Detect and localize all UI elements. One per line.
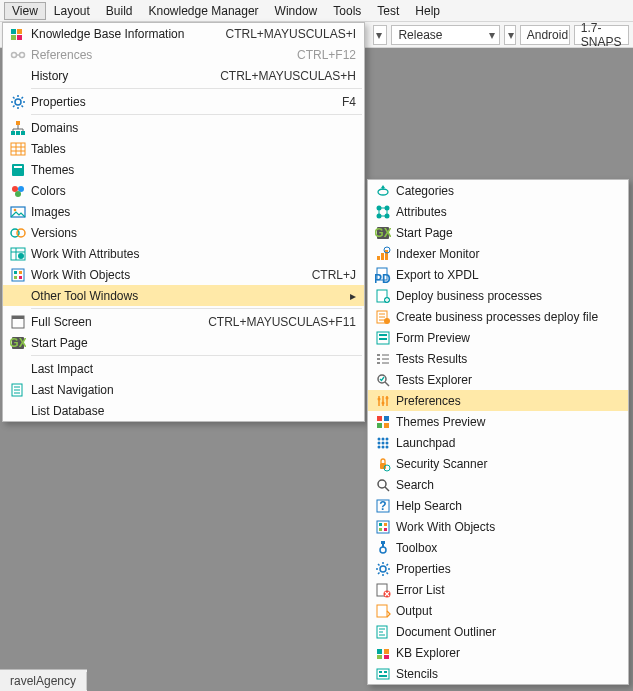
menu-item-other-tool-windows[interactable]: Other Tool Windows▸ [3, 285, 364, 306]
menu-item-label: Help Search [396, 499, 620, 513]
menu-item-properties[interactable]: PropertiesF4 [3, 91, 364, 112]
menu-item-kb-explorer[interactable]: KB Explorer [368, 642, 628, 663]
menu-item-properties[interactable]: Properties [368, 558, 628, 579]
svg-rect-80 [381, 541, 385, 544]
menu-item-work-with-objects[interactable]: Work With ObjectsCTRL+J [3, 264, 364, 285]
menu-item-search[interactable]: Search [368, 474, 628, 495]
svg-rect-24 [14, 271, 17, 274]
tiny-combo[interactable]: ▾ [504, 25, 516, 45]
menu-item-output[interactable]: Output [368, 600, 628, 621]
menu-item-error-list[interactable]: Error List [368, 579, 628, 600]
startpage-icon: GX [372, 225, 394, 241]
menubar-item-view[interactable]: View [4, 2, 46, 20]
svg-point-34 [377, 205, 382, 210]
menu-item-last-impact[interactable]: Last Impact [3, 358, 364, 379]
version-field[interactable]: 1.7-SNAPS [574, 25, 629, 45]
menu-item-colors[interactable]: Colors [3, 180, 364, 201]
menu-item-tests-results[interactable]: Tests Results [368, 348, 628, 369]
svg-rect-59 [377, 423, 382, 428]
menu-item-images[interactable]: Images [3, 201, 364, 222]
startpage-icon: GX [7, 335, 29, 351]
menu-item-export-to-xpdl[interactable]: XPDLExport to XPDL [368, 264, 628, 285]
domains-icon [7, 120, 29, 136]
menu-item-attributes[interactable]: Attributes [368, 201, 628, 222]
svg-point-67 [378, 445, 381, 448]
menu-item-work-with-objects[interactable]: Work With Objects [368, 516, 628, 537]
menu-separator [31, 114, 362, 115]
other-tool-windows-submenu: CategoriesAttributesGXStart PageIndexer … [367, 179, 629, 685]
svg-point-54 [378, 397, 381, 400]
menu-item-launchpad[interactable]: Launchpad [368, 432, 628, 453]
chevron-right-icon: ▸ [346, 289, 356, 303]
menu-item-label: Attributes [396, 205, 620, 219]
menubar-item-help[interactable]: Help [407, 2, 448, 20]
menu-item-full-screen[interactable]: Full ScreenCTRL+MAYUSCULAS+F11 [3, 311, 364, 332]
menu-item-security-scanner[interactable]: Security Scanner [368, 453, 628, 474]
menu-item-categories[interactable]: Categories [368, 180, 628, 201]
svg-rect-79 [384, 528, 387, 531]
menu-item-preferences[interactable]: Preferences [368, 390, 628, 411]
svg-rect-8 [16, 131, 20, 135]
menu-item-last-navigation[interactable]: Last Navigation [3, 379, 364, 400]
menubar-item-knowledge-manager[interactable]: Knowledge Manager [141, 2, 267, 20]
menu-item-shortcut: CTRL+MAYUSCULAS+I [214, 27, 356, 41]
menu-item-knowledge-base-information[interactable]: Knowledge Base InformationCTRL+MAYUSCULA… [3, 23, 364, 44]
menu-item-indexer-monitor[interactable]: Indexer Monitor [368, 243, 628, 264]
svg-point-5 [20, 52, 25, 57]
menu-item-label: Colors [31, 184, 356, 198]
menu-item-label: Search [396, 478, 620, 492]
menu-item-versions[interactable]: Versions [3, 222, 364, 243]
menu-item-label: Deploy business processes [396, 289, 620, 303]
menubar-item-window[interactable]: Window [267, 2, 326, 20]
menu-item-tables[interactable]: Tables [3, 138, 364, 159]
menu-item-work-with-attributes[interactable]: Work With Attributes [3, 243, 364, 264]
output-icon [372, 603, 394, 619]
menu-item-list-database[interactable]: List Database [3, 400, 364, 421]
blank-icon [7, 361, 29, 377]
empty-combo[interactable]: ▾ [373, 25, 387, 45]
blank-icon [7, 68, 29, 84]
menubar-item-build[interactable]: Build [98, 2, 141, 20]
menu-item-start-page[interactable]: GXStart Page [3, 332, 364, 353]
menubar-item-layout[interactable]: Layout [46, 2, 98, 20]
menu-item-themes-preview[interactable]: Themes Preview [368, 411, 628, 432]
svg-rect-87 [377, 649, 382, 654]
toolbox-icon [372, 540, 394, 556]
menu-item-create-business-processes-deploy-file[interactable]: Create business processes deploy file [368, 306, 628, 327]
document-tab[interactable]: ravelAgency [0, 672, 87, 690]
menu-item-document-outliner[interactable]: Document Outliner [368, 621, 628, 642]
formprev-icon [372, 330, 394, 346]
svg-point-37 [385, 213, 390, 218]
menu-item-form-preview[interactable]: Form Preview [368, 327, 628, 348]
menubar-item-test[interactable]: Test [369, 2, 407, 20]
indexer-icon [372, 246, 394, 262]
menu-item-stencils[interactable]: Stencils [368, 663, 628, 684]
menu-item-history[interactable]: HistoryCTRL+MAYUSCULAS+H [3, 65, 364, 86]
menu-item-themes[interactable]: Themes [3, 159, 364, 180]
docoutline-icon [372, 624, 394, 640]
menu-item-references[interactable]: ReferencesCTRL+F12 [3, 44, 364, 65]
refs-icon [7, 47, 29, 63]
menu-item-start-page[interactable]: GXStart Page [368, 222, 628, 243]
versions-icon [7, 225, 29, 241]
menu-item-shortcut: CTRL+MAYUSCULAS+H [208, 69, 356, 83]
menu-item-domains[interactable]: Domains [3, 117, 364, 138]
menubar-item-tools[interactable]: Tools [325, 2, 369, 20]
svg-point-72 [378, 480, 386, 488]
platform-field[interactable]: Android [520, 25, 570, 45]
menu-item-help-search[interactable]: ?Help Search [368, 495, 628, 516]
workobj-icon [372, 519, 394, 535]
svg-rect-7 [11, 131, 15, 135]
svg-rect-29 [12, 316, 24, 319]
menu-item-deploy-business-processes[interactable]: Deploy business processes [368, 285, 628, 306]
svg-point-49 [384, 318, 390, 324]
svg-point-16 [15, 191, 21, 197]
menu-item-label: Tables [31, 142, 356, 156]
menu-item-tests-explorer[interactable]: Tests Explorer [368, 369, 628, 390]
svg-text:GX: GX [375, 226, 391, 240]
menu-item-label: Error List [396, 583, 620, 597]
svg-point-69 [386, 445, 389, 448]
config-combo[interactable]: Release ▾ [391, 25, 499, 45]
menu-item-toolbox[interactable]: Toolbox [368, 537, 628, 558]
menu-item-label: Tests Explorer [396, 373, 620, 387]
